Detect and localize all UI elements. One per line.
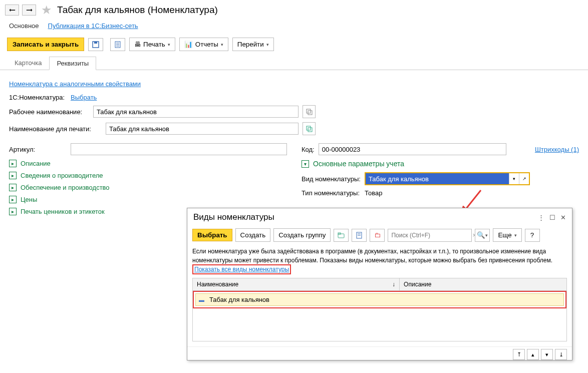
svg-rect-6 — [307, 109, 311, 113]
combo-dropdown-button[interactable]: ▾ — [509, 173, 519, 184]
expand-right-icon: ▸ — [9, 208, 17, 215]
nav-main[interactable]: Основное — [9, 22, 39, 30]
copy-button[interactable] — [303, 105, 316, 118]
expand-right-icon: ▸ — [9, 196, 17, 203]
main-toolbar: Записать и закрыть 🖶Печать▾ 📊Отчеты▾ Пер… — [0, 35, 588, 54]
document-button[interactable] — [110, 38, 125, 51]
chevron-down-icon: ▾ — [266, 42, 269, 47]
nav-row: Основное Публикация в 1С:Бизнес-сеть — [0, 20, 588, 35]
more-icon[interactable]: ⋮ — [538, 214, 544, 221]
types-table: Наименование↓ Описание ▬ Табак для калья… — [192, 278, 567, 341]
modal-list-button[interactable] — [352, 229, 367, 242]
scroll-down-button[interactable]: ▾ — [541, 349, 553, 360]
modal-info-text: Если номенклатура уже была задействована… — [192, 247, 567, 274]
expander-prices[interactable]: ▸Цены — [9, 196, 295, 203]
save-button[interactable] — [88, 38, 103, 51]
article-input[interactable] — [71, 143, 287, 155]
reports-button[interactable]: 📊Отчеты▾ — [179, 38, 228, 51]
nom-type-combo[interactable]: Табак для кальянов ▾ ↗ — [365, 172, 530, 185]
close-icon[interactable]: ✕ — [560, 214, 566, 221]
print-name-input[interactable] — [106, 123, 299, 135]
scroll-top-button[interactable]: ⤒ — [513, 349, 525, 360]
scroll-bottom-button[interactable]: ⤓ — [555, 349, 567, 360]
label-work-name: Рабочее наименование: — [9, 108, 89, 116]
modal-create-button[interactable]: Создать — [235, 228, 271, 242]
nav-back-button[interactable]: 🠔 — [5, 5, 19, 16]
modal-more-button[interactable]: Еще▾ — [493, 228, 521, 242]
copy-button-2[interactable] — [303, 122, 316, 135]
modal-create-group-button[interactable]: Создать группу — [273, 228, 331, 242]
label-type: Тип номенклатуры: — [302, 189, 362, 197]
expand-down-icon: ▾ — [302, 160, 309, 168]
svg-rect-1 — [94, 42, 97, 44]
expander-supply[interactable]: ▸Обеспечение и производство — [9, 184, 295, 191]
modal-search-input[interactable] — [388, 232, 469, 239]
expand-right-icon: ▸ — [9, 172, 17, 179]
tab-props[interactable]: Реквизиты — [49, 57, 96, 70]
svg-rect-9 — [308, 128, 312, 132]
print-button[interactable]: 🖶Печать▾ — [129, 38, 175, 51]
label-print-name: Наименование для печати: — [9, 125, 102, 133]
col-desc[interactable]: Описание — [400, 278, 566, 290]
label-code: Код: — [302, 146, 315, 153]
chart-icon: 📊 — [184, 41, 193, 48]
expand-right-icon: ▸ — [9, 184, 17, 191]
combo-open-button[interactable]: ↗ — [519, 173, 529, 184]
page-title: Табак для кальянов (Номенклатура) — [57, 5, 218, 16]
content: Номенклатура с аналогичными свойствами 1… — [0, 70, 588, 227]
modal-title: Виды номенклатуры — [193, 212, 274, 222]
modal-select-button[interactable]: Выбрать — [192, 229, 232, 241]
nav-publish[interactable]: Публикация в 1С:Бизнес-сеть — [48, 22, 138, 30]
work-name-input[interactable] — [93, 106, 299, 118]
table-row[interactable]: ▬ Табак для кальянов — [195, 293, 564, 306]
svg-rect-8 — [307, 126, 311, 130]
modal-search[interactable]: × — [388, 229, 472, 242]
modal-delete-button[interactable]: 🗀 — [370, 229, 385, 242]
similar-nom-link[interactable]: Номенклатура с аналогичными свойствами — [9, 80, 141, 88]
printer-icon: 🖶 — [134, 41, 141, 48]
sort-down-icon: ↓ — [392, 281, 395, 288]
modal-help-button[interactable]: ? — [525, 229, 540, 242]
chevron-down-icon: ▾ — [221, 42, 223, 47]
goto-button[interactable]: Перейти▾ — [232, 38, 274, 51]
favorite-star-icon[interactable]: ★ — [41, 3, 52, 17]
label-1c-nom: 1С:Номенклатура: — [9, 94, 67, 101]
barcodes-link[interactable]: Штрихкоды (1) — [535, 146, 579, 153]
tab-card[interactable]: Карточка — [7, 56, 49, 70]
save-close-button[interactable]: Записать и закрыть — [7, 38, 84, 51]
chevron-down-icon: ▾ — [168, 42, 170, 47]
nom-type-value: Табак для кальянов — [366, 173, 509, 184]
select-link[interactable]: Выбрать — [71, 94, 97, 101]
item-icon: ▬ — [199, 297, 204, 303]
scroll-up-button[interactable]: ▴ — [527, 349, 539, 360]
nom-types-modal: Виды номенклатуры ⋮ ☐ ✕ Выбрать Создать … — [187, 208, 572, 360]
label-article: Артикул: — [9, 146, 67, 153]
col-name[interactable]: Наименование↓ — [193, 278, 400, 290]
code-input[interactable] — [319, 143, 506, 155]
svg-rect-7 — [308, 111, 312, 115]
tabs: Карточка Реквизиты — [0, 56, 588, 70]
nav-forward-button[interactable]: 🠖 — [22, 5, 36, 16]
header: 🠔 🠖 ★ Табак для кальянов (Номенклатура) — [0, 0, 588, 20]
show-all-types-link[interactable]: Показать все виды номенклатуры — [194, 266, 289, 273]
expander-manufacturer[interactable]: ▸Сведения о производителе — [9, 172, 295, 179]
maximize-icon[interactable]: ☐ — [549, 214, 555, 221]
expander-description[interactable]: ▸Описание — [9, 160, 295, 167]
label-nom-type: Вид номенклатуры: — [302, 175, 362, 183]
expand-right-icon: ▸ — [9, 160, 17, 167]
modal-search-button[interactable]: 🔍▾ — [475, 229, 490, 242]
expander-main-params[interactable]: ▾Основные параметры учета — [302, 160, 579, 168]
type-value: Товар — [365, 189, 382, 197]
modal-folder-button[interactable] — [334, 229, 349, 242]
